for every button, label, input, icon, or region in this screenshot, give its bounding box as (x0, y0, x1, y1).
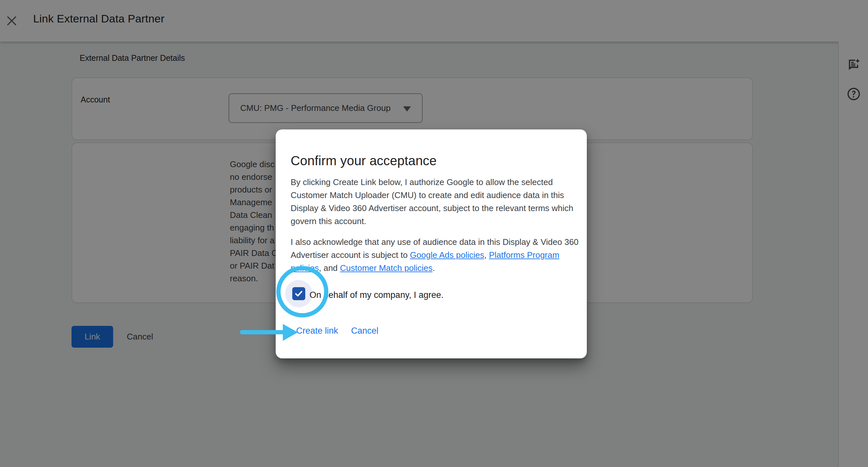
dialog-actions: Create link Cancel (296, 326, 378, 336)
separator: . (432, 263, 435, 273)
dialog-title: Confirm your acceptance (291, 153, 437, 168)
checkmark-icon (294, 289, 304, 298)
separator: , and (319, 263, 340, 273)
customer-match-policies-link[interactable]: Customer Match policies (340, 263, 433, 273)
agree-checkbox[interactable] (292, 287, 305, 300)
create-link-button[interactable]: Create link (296, 326, 338, 336)
dialog-cancel-button[interactable]: Cancel (351, 326, 378, 336)
google-ads-policies-link[interactable]: Google Ads policies (410, 250, 484, 260)
dialog-paragraph-1: By clicking Create Link below, I authori… (291, 176, 585, 228)
agree-checkbox-label[interactable]: On behalf of my company, I agree. (309, 290, 443, 300)
confirm-acceptance-dialog: Confirm your acceptance By clicking Crea… (276, 129, 587, 358)
separator: , (484, 250, 489, 260)
dialog-paragraph-2: I also acknowledge that any use of audie… (291, 235, 585, 274)
